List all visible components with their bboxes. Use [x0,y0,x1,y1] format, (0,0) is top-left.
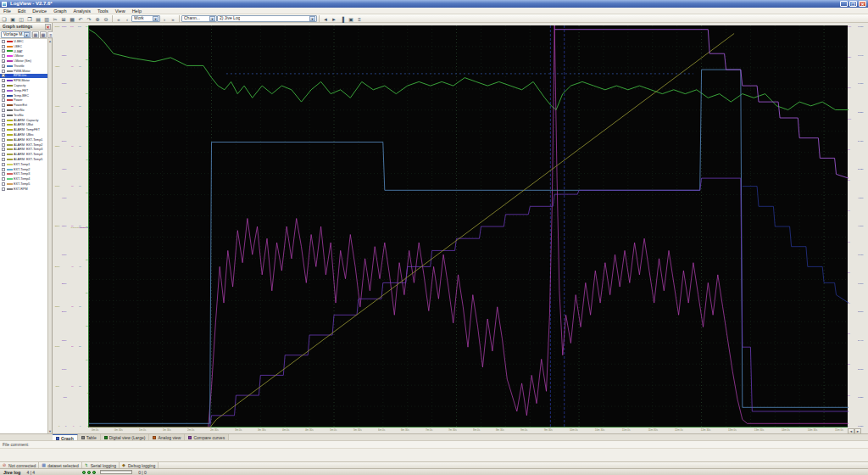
channel-checkbox[interactable] [2,163,5,166]
plot-canvas[interactable] [88,25,848,428]
x-axis-tick: 6m 30s [401,428,409,432]
maximize-button[interactable]: ❐ [849,1,857,7]
nav-first-button[interactable]: « [115,15,123,22]
print-preview-icon[interactable]: ▥ [43,15,51,22]
channel-checkbox[interactable] [2,177,5,181]
channel-checkbox[interactable] [2,158,5,161]
channel-checkbox[interactable]: ✓ [2,79,5,82]
channel-color-line [7,154,13,155]
chevron-down-icon[interactable]: ▼ [209,16,215,21]
nav-next-button[interactable]: › [161,15,169,22]
save-icon[interactable]: ◫ [18,15,25,22]
panel-header[interactable]: Graph settings ✕ [0,23,52,31]
channel-checkbox[interactable] [2,123,5,126]
channel-checkbox[interactable] [2,114,5,117]
copy-icon[interactable]: ⊞ [60,15,68,22]
menu-item-view[interactable]: View [112,8,129,14]
cut-icon[interactable]: ✂ [52,15,59,22]
split-view-icon[interactable]: ▐ [339,15,347,22]
template-button-1[interactable]: ▩ [40,31,47,38]
channel-checkbox[interactable]: ✓ [2,49,5,53]
channel-checkbox[interactable] [2,138,5,142]
menu-item-edit[interactable]: Edit [14,8,29,14]
menu-item-graph[interactable]: Graph [50,8,70,14]
y-axis-i-motor: I-Motor [A]1009080706050403020100 [67,25,74,428]
panel-close-icon[interactable]: ✕ [45,24,51,30]
channel-checkbox[interactable] [2,40,5,43]
channel-checkbox[interactable] [2,128,5,131]
print-icon[interactable]: ▤ [35,15,42,22]
channel-checkbox[interactable] [2,133,5,137]
chevron-down-icon[interactable]: ▼ [309,16,315,21]
menu-item-device[interactable]: Device [29,8,50,14]
zoom-in-icon[interactable]: ⊕ [94,15,102,22]
channel-checkbox[interactable]: ✓ [2,94,5,98]
close-button[interactable]: ✕ [859,1,866,7]
channel-checkbox[interactable]: ✓ [2,89,5,92]
channel-checkbox[interactable] [2,119,5,122]
channel-checkbox[interactable] [2,103,5,107]
axis-tick: 7.170 [858,26,863,27]
menu-item-help[interactable]: Help [129,8,145,14]
template-button-0[interactable]: ▦ [32,31,39,38]
menu-item-analysis[interactable]: Analysis [70,8,93,14]
chevron-down-icon[interactable]: ▼ [153,16,159,21]
axis-tick: 40 [848,303,850,304]
save-all-icon[interactable]: ❐ [26,15,34,22]
x-axis-tick: 7m 0s [426,428,432,432]
channel-checkbox[interactable] [2,153,5,156]
channel-label: EXT-Temp1 [14,163,30,166]
redo-icon[interactable]: ↷ [86,15,93,22]
menu-bar: FileEditDeviceGraphAnalysisToolsViewHelp [0,8,868,14]
channel-row[interactable]: EXT-RPM [0,187,47,192]
channel-checkbox[interactable] [2,172,5,176]
channel-checkbox[interactable] [2,45,5,48]
channel-combo[interactable]: Chann... ▼ [181,15,217,22]
x-axis-tick: 1m 30s [163,428,171,432]
next-dataset-icon[interactable]: ► [331,15,338,22]
channel-label: PWM-Motor [14,70,31,73]
channel-color-line [7,41,13,42]
prev-dataset-icon[interactable]: ◄ [322,15,330,22]
channel-checkbox[interactable] [2,109,5,112]
title-bar[interactable]: LogView - V2.7.6* _ ❐ ✕ [0,0,868,8]
overview-icon[interactable]: ▣ [348,15,355,22]
nav-last-button[interactable]: » [170,15,177,22]
menu-item-tools[interactable]: Tools [94,8,112,14]
log-combo[interactable]: 2) Jive Log ▼ [217,15,317,22]
channel-checkbox[interactable] [2,54,5,58]
panel-title: Graph settings [3,24,32,29]
undo-icon[interactable]: ↶ [77,15,85,22]
channel-checkbox[interactable] [2,187,5,191]
progress-bar [100,470,132,474]
dataset-counter: 4 | 4 [24,470,37,475]
channel-checkbox[interactable] [2,70,5,73]
list-icon[interactable]: ≡ [356,15,364,22]
channel-checkbox[interactable]: ✓ [2,64,5,68]
channel-checkbox[interactable] [2,98,5,102]
new-file-icon[interactable]: ❏ [1,15,8,22]
axis-tick: 3.300 [858,283,863,284]
channel-list-scrollbar[interactable]: ▲ ▼ [47,39,52,433]
x-axis-tick: 3m 30s [258,428,266,432]
work-combo[interactable]: Work ▼ [131,15,160,22]
channel-checkbox[interactable]: ✓ [2,84,5,87]
paste-icon[interactable]: ▦ [69,15,76,22]
channel-checkbox[interactable] [2,148,5,151]
nav-prev-button[interactable]: ‹ [124,15,131,22]
chart-svg [89,25,849,428]
chevron-down-icon[interactable]: ▼ [24,32,30,37]
channel-checkbox[interactable]: ✓ [2,74,5,77]
toolbar-separator [179,15,180,22]
channel-checkbox[interactable]: ✓ [2,59,5,63]
template-combo[interactable]: Vorlage M. ▼ [1,31,31,38]
open-folder-icon[interactable]: ▣ [9,15,17,22]
scroll-up-icon[interactable]: ▲ [48,39,52,43]
zoom-out-icon[interactable]: ⊖ [103,15,110,22]
channel-checkbox[interactable] [2,168,5,171]
axis-tick: 70 [848,210,850,211]
channel-checkbox[interactable] [2,182,5,186]
minimize-button[interactable]: _ [840,1,848,7]
channel-checkbox[interactable] [2,143,5,147]
menu-item-file[interactable]: File [0,8,14,14]
